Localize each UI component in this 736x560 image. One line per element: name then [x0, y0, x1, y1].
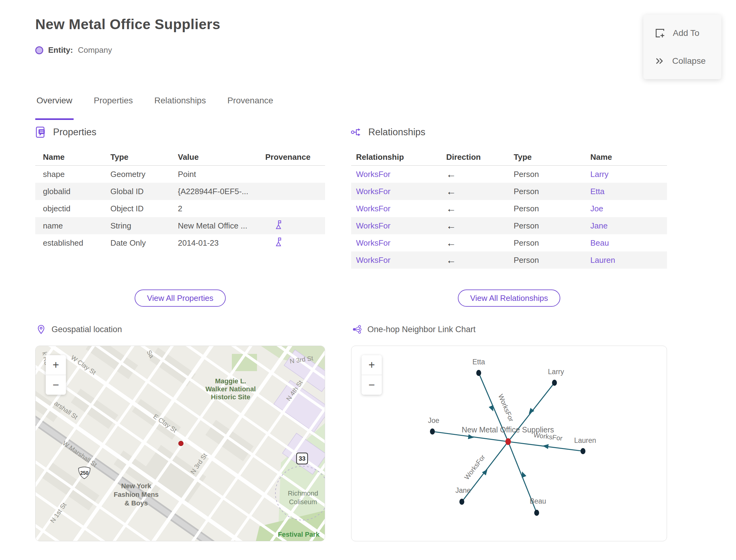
relationship-link[interactable]: WorksFor	[356, 204, 390, 213]
actions-panel: Add To Collapse	[643, 15, 721, 79]
properties-section-title: Properties	[53, 127, 96, 138]
relationship-link[interactable]: WorksFor	[356, 170, 390, 179]
svg-text:New York: New York	[121, 482, 151, 490]
relationship-link[interactable]: WorksFor	[356, 255, 390, 265]
edge-label: WorksFor	[463, 453, 487, 481]
col-type: Type	[514, 152, 590, 162]
svg-text:Maggie L.: Maggie L.	[215, 377, 246, 385]
node-lauren[interactable]	[581, 448, 585, 454]
node-larry[interactable]	[552, 380, 557, 386]
add-to-button[interactable]: Add To	[643, 21, 721, 45]
tab-provenance[interactable]: Provenance	[226, 96, 274, 120]
table-row: WorksFor ← Person Etta	[351, 183, 667, 200]
col-value: Value	[178, 152, 265, 162]
link-chart-icon	[352, 324, 362, 334]
svg-text:Etta: Etta	[473, 358, 485, 366]
direction-arrow: ←	[446, 203, 514, 214]
svg-text:Beau: Beau	[530, 497, 546, 505]
entity-link[interactable]: Jane	[590, 221, 608, 230]
entity-label: Entity:	[48, 45, 73, 55]
node-beau[interactable]	[534, 510, 539, 516]
map-zoom-out-button[interactable]: −	[46, 375, 66, 395]
route-shield-33: 33	[297, 453, 308, 464]
table-row: WorksFor ← Person Lauren	[351, 251, 667, 269]
tab-relationships[interactable]: Relationships	[153, 96, 207, 120]
svg-text:Historic Site: Historic Site	[211, 393, 250, 401]
svg-text:& Boys: & Boys	[125, 499, 148, 507]
entity-type-value: Company	[78, 45, 112, 55]
map-zoom-in-button[interactable]: +	[46, 355, 66, 375]
link-chart-canvas[interactable]: WorksFor WorksFor WorksFor Etta Larry Jo…	[351, 346, 667, 541]
entity-link[interactable]: Beau	[590, 238, 609, 247]
relationship-link[interactable]: WorksFor	[356, 238, 390, 247]
properties-icon	[35, 126, 47, 138]
table-row: globalid Global ID {A228944F-0EF5-...	[35, 183, 325, 200]
col-name: Name	[590, 152, 667, 162]
table-row: shape Geometry Point	[35, 166, 325, 183]
link-chart-section-title: One-hop Neighbor Link Chart	[367, 325, 476, 334]
relationships-icon	[351, 126, 362, 138]
chart-zoom-out-button[interactable]: −	[362, 375, 382, 395]
node-center-company[interactable]	[505, 438, 511, 445]
relationships-section-title: Relationships	[368, 127, 425, 138]
entity-link[interactable]: Joe	[590, 204, 603, 213]
table-row: WorksFor ← Person Larry	[351, 166, 667, 183]
entity-type-dot-icon	[35, 46, 43, 54]
collapse-icon	[654, 56, 665, 66]
entity-link[interactable]: Etta	[590, 187, 604, 196]
node-jane[interactable]	[459, 499, 464, 505]
relationships-table: Relationship Direction Type Name WorksFo…	[351, 149, 667, 269]
chart-zoom-control: + −	[362, 355, 382, 395]
tab-properties[interactable]: Properties	[93, 96, 134, 120]
svg-text:33: 33	[299, 455, 305, 462]
svg-text:250: 250	[80, 470, 89, 476]
direction-arrow: ←	[446, 237, 514, 249]
add-to-label: Add To	[673, 28, 700, 38]
collapse-button[interactable]: Collapse	[643, 49, 721, 73]
direction-arrow: ←	[446, 169, 514, 180]
entity-location-marker[interactable]	[178, 441, 183, 446]
tab-overview[interactable]: Overview	[35, 96, 74, 120]
page-title: New Metal Office Suppliers	[35, 16, 220, 33]
entity-link[interactable]: Lauren	[590, 255, 615, 265]
chart-zoom-in-button[interactable]: +	[362, 355, 382, 375]
edge-label: WorksFor	[497, 393, 515, 423]
provenance-flag-icon[interactable]	[274, 237, 283, 247]
provenance-flag-icon[interactable]	[274, 220, 283, 230]
col-provenance: Provenance	[265, 152, 325, 162]
svg-text:Festival Park: Festival Park	[278, 531, 320, 538]
relationships-section-header: Relationships	[351, 126, 425, 138]
view-all-properties-button[interactable]: View All Properties	[135, 290, 225, 307]
col-direction: Direction	[446, 152, 514, 162]
map-canvas[interactable]: k Rd W Clay St Sa arshall St W Marshall …	[36, 346, 325, 541]
geospatial-section-header: Geospatial location	[36, 324, 122, 334]
svg-text:Jane: Jane	[455, 486, 471, 494]
table-row: objectid Object ID 2	[35, 200, 325, 217]
svg-text:Joe: Joe	[428, 416, 439, 424]
view-all-relationships-button[interactable]: View All Relationships	[458, 290, 560, 307]
map-zoom-control: + −	[46, 355, 66, 395]
entity-link[interactable]: Larry	[590, 170, 608, 179]
direction-arrow: ←	[446, 255, 514, 266]
svg-text:Larry: Larry	[548, 368, 564, 376]
map-card: + −	[35, 346, 325, 541]
entity-tabs: Overview Properties Relationships Proven…	[35, 96, 274, 120]
node-joe[interactable]	[430, 428, 435, 435]
collapse-label: Collapse	[672, 56, 706, 66]
table-row: name String New Metal Office ...	[35, 217, 325, 234]
svg-text:New Metal Office Suppliers: New Metal Office Suppliers	[462, 425, 554, 434]
relationship-link[interactable]: WorksFor	[356, 221, 390, 230]
relationship-link[interactable]: WorksFor	[356, 187, 390, 196]
chart-node-labels: Etta Larry Joe Lauren Jane Beau New Meta…	[428, 358, 596, 505]
svg-text:Walker National: Walker National	[205, 385, 256, 393]
entity-details-page: New Metal Office Suppliers Entity: Compa…	[0, 0, 736, 560]
col-relationship: Relationship	[351, 152, 446, 162]
node-etta[interactable]	[476, 370, 481, 376]
direction-arrow: ←	[446, 220, 514, 232]
svg-text:Coliseum: Coliseum	[289, 498, 317, 506]
table-row: WorksFor ← Person Beau	[351, 234, 667, 251]
table-row: WorksFor ← Person Joe	[351, 200, 667, 217]
entity-badge: Entity: Company	[35, 45, 112, 55]
col-type: Type	[110, 152, 178, 162]
properties-section-header: Properties	[35, 126, 96, 138]
